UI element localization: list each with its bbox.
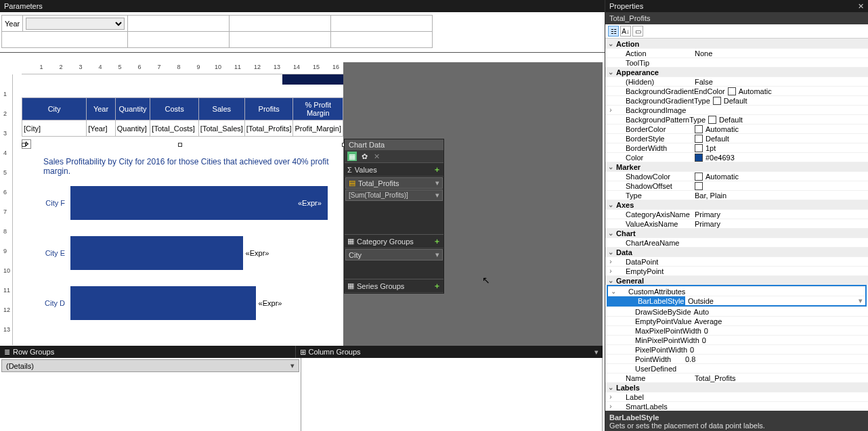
property-row-shadowColor[interactable]: ShadowColorAutomatic [605, 171, 868, 181]
property-row-dataPoint[interactable]: ›DataPoint [605, 256, 868, 266]
expand-icon[interactable]: ⌄ [607, 277, 615, 284]
layout-icon[interactable]: ▦ [347, 152, 357, 161]
property-row-bgGradEndColor[interactable]: BackgroundGradientEndColorAutomatic [605, 86, 868, 95]
property-row-bgGradType[interactable]: BackgroundGradientTypeDefault [605, 95, 868, 105]
param-empty-cell[interactable] [230, 16, 331, 32]
properties-list[interactable]: ⌄ActionActionNoneToolTip⌄Appearance(Hidd… [605, 39, 868, 411]
property-value[interactable]: False [695, 78, 713, 86]
resize-handle[interactable] [22, 143, 26, 147]
column-groups-list[interactable] [301, 358, 603, 431]
property-category[interactable]: ⌄Marker [605, 162, 868, 171]
property-category[interactable]: ⌄Appearance [605, 67, 868, 76]
chart-bar[interactable] [70, 236, 243, 270]
param-year-select[interactable] [26, 18, 125, 30]
add-category-button[interactable]: ＋ [433, 236, 441, 246]
chart-data-titlebar[interactable]: Chart Data [345, 139, 443, 150]
property-value[interactable]: 0 [704, 327, 708, 335]
close-icon[interactable]: ✕ [858, 2, 864, 11]
report-table[interactable]: CityYearQuantityCostsSalesProfits% Profi… [22, 97, 343, 137]
expand-icon[interactable]: ⌄ [607, 68, 615, 76]
property-row-minPx[interactable]: MinPixelPointWidth0 [605, 335, 868, 344]
property-row-drawSide[interactable]: DrawSideBySideAuto [605, 307, 868, 316]
table-cell[interactable]: [Year] [87, 120, 115, 137]
property-row-borderColor[interactable]: BorderColorAutomatic [605, 124, 868, 133]
property-row-hidden[interactable]: (Hidden)False [605, 76, 868, 86]
expand-icon[interactable]: › [607, 267, 615, 275]
property-value[interactable]: Outside [688, 297, 714, 305]
table-cell[interactable]: [Total_Profits] [244, 120, 293, 137]
property-row-label[interactable]: ›Label [605, 392, 868, 401]
chart-bar-row[interactable]: City D«Expr» [35, 283, 330, 323]
property-row-action[interactable]: ActionNone [605, 48, 868, 58]
property-value[interactable]: Automatic [739, 87, 772, 95]
property-value[interactable]: None [695, 49, 712, 58]
selection-handles[interactable]: ✥ [9, 139, 355, 149]
property-value[interactable]: 1pt [706, 144, 716, 152]
property-row-bgPattern[interactable]: BackgroundPatternTypeDefault [605, 114, 868, 124]
property-row-shadowOffset[interactable]: ShadowOffset [605, 181, 868, 190]
table-header[interactable]: City [22, 98, 87, 120]
chevron-down-icon[interactable]: ▾ [859, 296, 865, 305]
property-row-userDef[interactable]: UserDefined [605, 363, 868, 373]
property-value[interactable]: 0 [702, 336, 706, 344]
property-value[interactable]: Total_Profits [695, 374, 736, 382]
chevron-down-icon[interactable]: ▾ [435, 250, 439, 259]
expand-icon[interactable]: ⌄ [607, 229, 615, 237]
property-value[interactable]: Automatic [706, 125, 739, 133]
param-empty-cell[interactable] [331, 32, 433, 48]
gear-icon[interactable]: ✿ [360, 152, 369, 161]
table-header[interactable]: Costs [150, 98, 199, 120]
property-row-borderWidth[interactable]: BorderWidth1pt [605, 143, 868, 152]
table-cell[interactable]: [Total_Sales] [198, 120, 244, 137]
expand-icon[interactable]: ⌄ [607, 163, 615, 171]
property-category[interactable]: ⌄Axes [605, 200, 868, 209]
add-value-button[interactable]: ＋ [433, 164, 441, 175]
param-empty-cell[interactable] [2, 32, 128, 48]
param-empty-cell[interactable] [230, 32, 331, 48]
expand-icon[interactable]: › [607, 393, 615, 401]
property-row-barLabelStyle[interactable]: BarLabelStyleOutside▾ [608, 296, 865, 305]
expand-icon[interactable]: › [607, 258, 615, 265]
property-pages-button[interactable]: ▭ [632, 26, 643, 37]
param-empty-cell[interactable] [128, 32, 230, 48]
expand-icon[interactable]: › [607, 403, 615, 410]
bar-chart[interactable]: City F«Expr»City E«Expr»City D«Expr» [35, 183, 330, 338]
property-category[interactable]: ⌄Labels [605, 382, 868, 392]
property-value[interactable]: Automatic [706, 173, 739, 181]
chart-bar[interactable] [70, 186, 328, 220]
table-header[interactable]: Profits [244, 98, 293, 120]
expand-icon[interactable]: ⌄ [607, 40, 615, 47]
chart-data-panel[interactable]: Chart Data ▦ ✿ ✕ ΣValues ＋ ▤Total_Profit… [344, 139, 444, 294]
close-icon[interactable]: ✕ [372, 152, 381, 161]
property-value[interactable]: #0e4693 [706, 154, 735, 162]
table-cell[interactable]: Profit_Margin] [293, 120, 343, 137]
expand-icon[interactable]: ⌄ [609, 288, 617, 295]
property-value[interactable]: Default [724, 97, 747, 105]
chart-bar-row[interactable]: City F«Expr» [35, 183, 330, 223]
alphabetical-view-button[interactable]: A↓ [620, 26, 631, 37]
property-row-bgImage[interactable]: ›BackgroundImage [605, 105, 868, 114]
property-value[interactable]: Primary [695, 220, 720, 228]
chevron-down-icon[interactable]: ▾ [435, 179, 439, 187]
report-surface[interactable]: CityYearQuantityCostsSalesProfits% Profi… [22, 74, 343, 340]
property-row-color[interactable]: Color#0e4693 [605, 152, 868, 162]
property-row-pxWidth[interactable]: PixelPointWidth0 [605, 344, 868, 354]
property-row-pointWidth[interactable]: PointWidth0.8 [605, 354, 868, 363]
property-row-catAxis[interactable]: CategoryAxisNamePrimary [605, 209, 868, 219]
property-value[interactable]: Primary [695, 210, 720, 219]
property-row-emptyPoint[interactable]: ›EmptyPoint [605, 266, 868, 275]
row-groups-list[interactable]: (Details) ▾ [0, 358, 301, 431]
category-field-item[interactable]: City ▾ [345, 249, 443, 260]
property-row-customAttr[interactable]: ⌄CustomAttributes [608, 286, 865, 296]
expand-icon[interactable]: ⌄ [607, 248, 615, 256]
table-cell[interactable]: [City] [22, 120, 87, 137]
expand-icon[interactable]: ⌄ [607, 201, 615, 208]
categorized-view-button[interactable]: ☷ [608, 26, 619, 37]
property-category[interactable]: ⌄Data [605, 247, 868, 256]
table-header[interactable]: Sales [198, 98, 244, 120]
chevron-down-icon[interactable]: ▾ [590, 348, 603, 357]
chart-bar-row[interactable]: City E«Expr» [35, 233, 330, 273]
chart-bar[interactable] [70, 286, 256, 320]
property-value[interactable]: Default [706, 135, 729, 143]
expand-icon[interactable]: › [607, 106, 615, 114]
